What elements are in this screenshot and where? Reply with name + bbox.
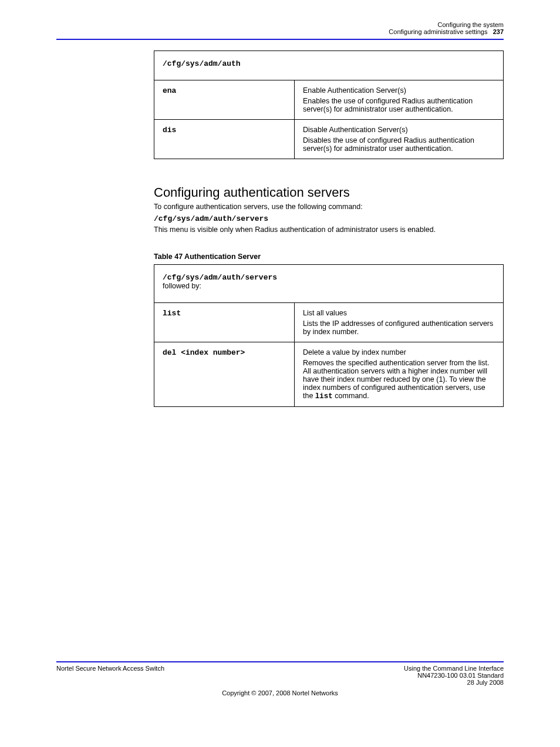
desc-cell: Disable Authentication Server(s) Disable… <box>295 120 504 159</box>
table2-head: /cfg/sys/adm/auth/servers followed by: <box>154 265 504 303</box>
page-footer: Nortel Secure Network Access Switch Usin… <box>56 661 504 696</box>
table-row: ena Enable Authentication Server(s) Enab… <box>154 80 504 120</box>
table-auth-menu: /cfg/sys/adm/auth ena Enable Authenticat… <box>154 51 504 159</box>
header-rule <box>56 39 504 40</box>
footer-right: Using the Command Line Interface NN47230… <box>404 665 504 686</box>
desc-lead: Disable Authentication Server(s) <box>303 126 495 134</box>
section-subtitle: To configure authentication servers, use… <box>154 203 504 211</box>
desc-lead: List all values <box>303 309 495 317</box>
desc-cell: Enable Authentication Server(s) Enables … <box>295 80 504 120</box>
desc-body: Enables the use of configured Radius aut… <box>303 97 495 113</box>
table2-path: /cfg/sys/adm/auth/servers <box>163 273 277 282</box>
table-row: del <index number> Delete a value by ind… <box>154 342 504 407</box>
table-row: list List all values Lists the IP addres… <box>154 303 504 342</box>
desc-lead: Enable Authentication Server(s) <box>303 86 495 95</box>
footer-right-3: 28 July 2008 <box>467 679 504 686</box>
footer-copyright: Copyright © 2007, 2008 Nortel Networks <box>56 689 504 696</box>
header-line2-label: Configuring administrative settings <box>389 28 487 35</box>
table1-path: /cfg/sys/adm/auth <box>154 51 504 80</box>
table-row: dis Disable Authentication Server(s) Dis… <box>154 120 504 159</box>
desc-cell: Delete a value by index number Removes t… <box>295 342 504 407</box>
section-after-path: This menu is visible only when Radius au… <box>154 226 504 234</box>
desc-body: Disables the use of configured Radius au… <box>303 136 495 153</box>
cmd-cell: dis <box>154 120 295 159</box>
table2-followed-by: followed by: <box>163 282 201 290</box>
desc-cell: List all values Lists the IP addresses o… <box>295 303 504 342</box>
header-page-number: 237 <box>493 28 504 35</box>
page-header: Configuring the system Configuring admin… <box>56 21 504 35</box>
desc-body: Lists the IP addresses of configured aut… <box>303 319 495 336</box>
footer-right-2: NN47230-100 03.01 Standard <box>417 672 504 679</box>
cmd-cell: del <index number> <box>154 342 295 407</box>
cmd-cell: list <box>154 303 295 342</box>
section-title: Configuring authentication servers <box>154 185 504 200</box>
table-auth-server: /cfg/sys/adm/auth/servers followed by: l… <box>154 264 504 407</box>
cmd-cell: ena <box>154 80 295 120</box>
desc-lead: Delete a value by index number <box>303 348 495 356</box>
desc-body: Removes the specified authentication ser… <box>303 359 495 401</box>
footer-left: Nortel Secure Network Access Switch <box>56 665 164 686</box>
footer-right-1: Using the Command Line Interface <box>404 665 504 672</box>
table2-caption: Table 47 Authentication Server <box>154 253 504 261</box>
section-path: /cfg/sys/adm/auth/servers <box>154 214 504 223</box>
header-line1: Configuring the system <box>438 21 504 28</box>
footer-rule <box>56 661 504 662</box>
